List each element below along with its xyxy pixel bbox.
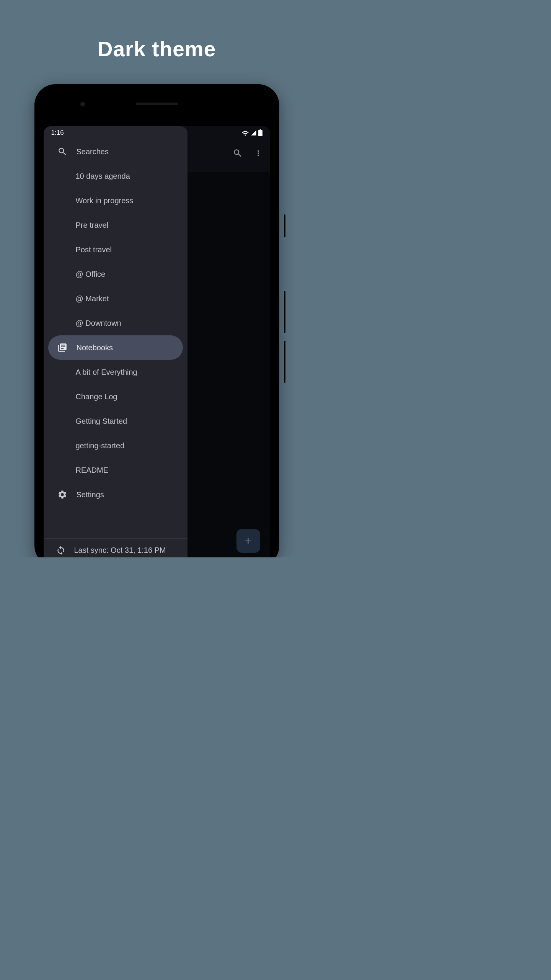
nav-search-item[interactable]: 10 days agenda — [44, 164, 187, 188]
nav-search-item[interactable]: @ Downtown — [44, 311, 187, 335]
speaker-grille — [136, 103, 178, 105]
status-clock: 1:16 — [51, 129, 64, 137]
nav-settings[interactable]: Settings — [44, 482, 187, 507]
gear-icon — [57, 490, 67, 500]
nav-search-item[interactable]: Pre travel — [44, 213, 187, 237]
plus-icon: + — [245, 534, 252, 547]
nav-item-label: Pre travel — [76, 221, 109, 230]
front-camera — [80, 102, 85, 106]
nav-item-label: README — [76, 466, 109, 475]
nav-search-item[interactable]: Post travel — [44, 237, 187, 262]
battery-icon — [258, 129, 262, 136]
volume-down-button — [284, 341, 285, 383]
nav-notebook-item[interactable]: Getting Started — [44, 409, 187, 433]
fab-add-button[interactable]: + — [236, 529, 260, 553]
notebook-icon — [57, 343, 67, 353]
nav-search-item[interactable]: @ Office — [44, 262, 187, 286]
screen: + Searches 10 days agenda Work in progre… — [44, 126, 270, 557]
page-title: Dark theme — [98, 37, 216, 61]
nav-notebook-item[interactable]: Change Log — [44, 384, 187, 409]
more-vert-icon — [254, 149, 262, 159]
power-button — [284, 214, 285, 237]
sync-status-text: Last sync: Oct 31, 1:16 PM — [74, 546, 166, 555]
nav-section-label: Searches — [77, 147, 109, 156]
nav-notebook-item[interactable]: getting-started — [44, 433, 187, 458]
nav-item-label: @ Market — [76, 294, 109, 303]
nav-item-label: @ Downtown — [76, 319, 121, 328]
search-button[interactable] — [233, 148, 243, 160]
nav-notebook-item[interactable]: A bit of Everything — [44, 360, 187, 384]
nav-item-label: Post travel — [76, 245, 112, 254]
nav-search-item[interactable]: Work in progress — [44, 188, 187, 213]
navigation-drawer: Searches 10 days agenda Work in progress… — [44, 126, 187, 557]
nav-section-notebooks[interactable]: Notebooks — [48, 335, 183, 360]
nav-item-label: @ Office — [76, 270, 106, 279]
sync-icon — [56, 546, 66, 555]
nav-section-searches[interactable]: Searches — [44, 139, 187, 164]
nav-notebook-item[interactable]: README — [44, 458, 187, 482]
wifi-icon — [241, 130, 249, 136]
nav-item-label: Work in progress — [76, 196, 134, 205]
nav-search-item[interactable]: @ Market — [44, 286, 187, 311]
nav-item-label: getting-started — [76, 441, 125, 450]
search-icon — [57, 147, 67, 157]
nav-item-label: Getting Started — [76, 417, 127, 426]
nav-section-label: Notebooks — [77, 343, 113, 352]
nav-item-label: 10 days agenda — [76, 172, 130, 181]
signal-icon — [250, 130, 257, 136]
nav-item-label: Settings — [77, 490, 104, 499]
sync-button[interactable]: Last sync: Oct 31, 1:16 PM — [44, 538, 187, 557]
nav-item-label: Change Log — [76, 392, 117, 401]
search-icon — [233, 148, 243, 160]
nav-item-label: A bit of Everything — [76, 368, 137, 377]
device-frame: + Searches 10 days agenda Work in progre… — [34, 84, 279, 557]
volume-up-button — [284, 291, 285, 333]
more-menu-button[interactable] — [254, 149, 262, 159]
status-bar: 1:16 — [44, 126, 270, 139]
